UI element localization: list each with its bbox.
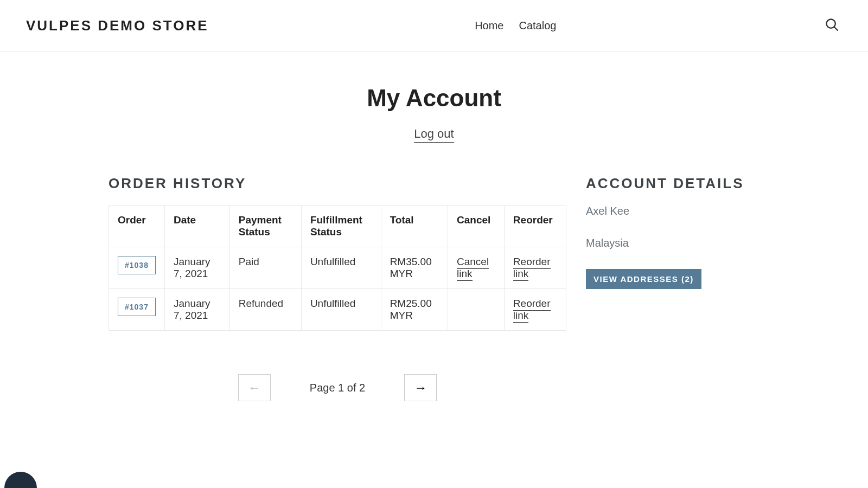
order-total: RM25.00 MYR — [381, 289, 448, 331]
cancel-link[interactable]: Cancel link — [457, 256, 489, 281]
order-fulfillment: Unfulfilled — [301, 289, 381, 331]
account-details-heading: ACCOUNT DETAILS — [586, 175, 760, 192]
order-history-section: ORDER HISTORY Order Date Payment Status … — [108, 175, 566, 401]
col-date: Date — [164, 206, 229, 247]
order-date: January 7, 2021 — [164, 289, 229, 331]
order-cancel-empty — [448, 289, 504, 331]
col-payment: Payment Status — [229, 206, 301, 247]
order-payment: Refunded — [229, 289, 301, 331]
pagination: ← Page 1 of 2 → — [108, 374, 566, 401]
account-details-section: ACCOUNT DETAILS Axel Kee Malaysia VIEW A… — [586, 175, 760, 289]
logout-link[interactable]: Log out — [414, 127, 454, 143]
search-icon — [825, 17, 840, 33]
col-cancel: Cancel — [448, 206, 504, 247]
account-name: Axel Kee — [586, 205, 760, 217]
order-id-link[interactable]: #1037 — [118, 298, 156, 316]
table-row: #1038 January 7, 2021 Paid Unfulfilled R… — [109, 247, 566, 289]
col-total: Total — [381, 206, 448, 247]
nav-catalog[interactable]: Catalog — [519, 20, 557, 32]
arrow-left-icon: ← — [248, 380, 261, 395]
store-logo[interactable]: VULPES DEMO STORE — [26, 17, 209, 34]
col-order: Order — [109, 206, 165, 247]
view-addresses-button[interactable]: VIEW ADDRESSES (2) — [586, 269, 701, 289]
svg-point-0 — [827, 20, 835, 28]
main-nav: Home Catalog — [209, 20, 822, 32]
site-header: VULPES DEMO STORE Home Catalog — [0, 0, 868, 52]
table-header-row: Order Date Payment Status Fulfillment St… — [109, 206, 566, 247]
nav-home[interactable]: Home — [475, 20, 503, 32]
order-fulfillment: Unfulfilled — [301, 247, 381, 289]
order-total: RM35.00 MYR — [381, 247, 448, 289]
col-reorder: Reorder — [504, 206, 566, 247]
order-history-heading: ORDER HISTORY — [108, 175, 566, 192]
account-country: Malaysia — [586, 237, 760, 249]
page-container: My Account Log out ORDER HISTORY Order D… — [98, 52, 770, 423]
prev-page-button[interactable]: ← — [238, 374, 271, 401]
order-date: January 7, 2021 — [164, 247, 229, 289]
col-fulfillment: Fulfillment Status — [301, 206, 381, 247]
table-row: #1037 January 7, 2021 Refunded Unfulfill… — [109, 289, 566, 331]
content-row: ORDER HISTORY Order Date Payment Status … — [108, 175, 760, 401]
reorder-link[interactable]: Reorder link — [513, 256, 551, 281]
orders-table: Order Date Payment Status Fulfillment St… — [108, 205, 566, 331]
arrow-right-icon: → — [414, 380, 427, 395]
search-button[interactable] — [822, 15, 842, 36]
order-id-link[interactable]: #1038 — [118, 256, 156, 274]
page-indicator: Page 1 of 2 — [310, 382, 365, 394]
svg-line-1 — [834, 27, 838, 31]
reorder-link[interactable]: Reorder link — [513, 298, 551, 323]
next-page-button[interactable]: → — [404, 374, 437, 401]
page-title: My Account — [108, 85, 760, 112]
order-payment: Paid — [229, 247, 301, 289]
